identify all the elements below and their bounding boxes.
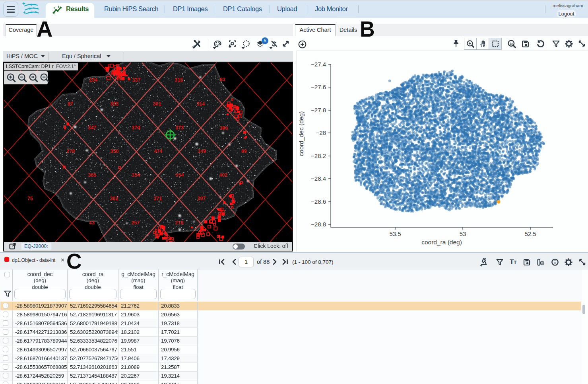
svg-text:474: 474 — [154, 148, 163, 154]
svg-text:218: 218 — [175, 220, 184, 226]
svg-text:365: 365 — [88, 172, 97, 178]
svg-text:402: 402 — [219, 172, 228, 178]
svg-text:398: 398 — [220, 125, 228, 131]
svg-text:52.5: 52.5 — [524, 230, 536, 237]
svg-text:53.5: 53.5 — [389, 230, 401, 237]
svg-text:83: 83 — [220, 77, 225, 82]
svg-text:350: 350 — [111, 148, 119, 154]
svg-text:257: 257 — [132, 220, 140, 226]
svg-text:354: 354 — [132, 172, 140, 178]
svg-text:−28: −28 — [316, 129, 326, 136]
svg-text:−28.4: −28.4 — [311, 175, 326, 182]
svg-text:87: 87 — [68, 101, 73, 107]
svg-text:371: 371 — [154, 196, 162, 201]
svg-text:349: 349 — [198, 148, 206, 154]
svg-text:347: 347 — [88, 125, 97, 131]
svg-text:301: 301 — [153, 101, 161, 107]
svg-text:coord_dec (deg): coord_dec (deg) — [298, 111, 305, 156]
svg-text:−28.2: −28.2 — [311, 152, 326, 159]
svg-text:−28.6: −28.6 — [311, 198, 326, 205]
svg-text:−28.8: −28.8 — [311, 221, 326, 228]
svg-text:314: 314 — [197, 101, 205, 107]
svg-text:1x: 1x — [510, 42, 513, 45]
svg-text:−27.6: −27.6 — [311, 84, 326, 90]
svg-text:43: 43 — [89, 220, 95, 226]
svg-text:234: 234 — [89, 77, 98, 83]
svg-text:397: 397 — [198, 196, 206, 201]
svg-text:315: 315 — [175, 77, 183, 83]
svg-text:89: 89 — [241, 148, 247, 154]
svg-text:53: 53 — [460, 230, 466, 237]
svg-text:−27.8: −27.8 — [311, 107, 326, 113]
svg-text:T: T — [514, 260, 517, 265]
svg-text:coord_ra (deg): coord_ra (deg) — [421, 239, 462, 246]
svg-text:353: 353 — [111, 101, 119, 107]
svg-text:278: 278 — [67, 148, 75, 154]
svg-text:554: 554 — [176, 172, 184, 178]
svg-text:373: 373 — [176, 125, 184, 131]
svg-text:337: 337 — [132, 77, 141, 83]
svg-text:374: 374 — [132, 125, 140, 131]
svg-text:75: 75 — [27, 196, 33, 201]
svg-text:302: 302 — [110, 196, 118, 201]
svg-text:−27.4: −27.4 — [311, 61, 326, 68]
